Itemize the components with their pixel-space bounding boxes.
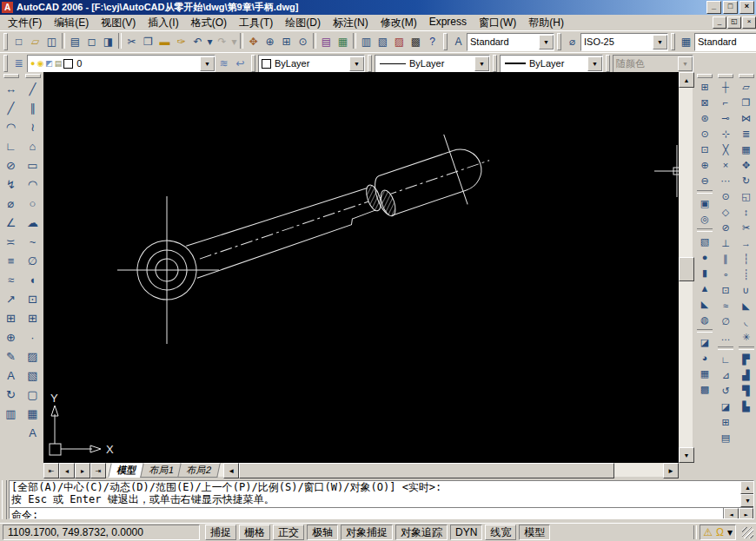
zoom-extents-button[interactable]: ◎ bbox=[696, 211, 714, 227]
toggle-ortho[interactable]: 正交 bbox=[273, 525, 304, 540]
tab-layout1[interactable]: 布局1 bbox=[140, 463, 183, 478]
zoom-object-button[interactable]: ⊡ bbox=[696, 142, 714, 157]
menu-modify[interactable]: 修改(M) bbox=[375, 15, 423, 31]
dim-continue-button[interactable]: ≈ bbox=[2, 270, 21, 289]
ucs-previous-button[interactable]: ↺ bbox=[717, 383, 735, 399]
layer-freeze-sun-icon[interactable]: ◉ bbox=[36, 59, 43, 68]
trim-button[interactable]: ✂ bbox=[737, 220, 755, 235]
fillet-button[interactable]: ◟ bbox=[737, 313, 755, 329]
color-combo[interactable]: ByLayer ▼ bbox=[258, 55, 365, 73]
command-scrollbar[interactable]: ▲ ▼ bbox=[740, 481, 753, 507]
point-button[interactable]: · bbox=[23, 327, 43, 346]
region-button[interactable]: ▢ bbox=[23, 385, 43, 404]
pan-button[interactable]: ✥ bbox=[245, 33, 262, 50]
menu-tools[interactable]: 工具(T) bbox=[233, 15, 279, 31]
mirror-button[interactable]: ⋈ bbox=[737, 110, 755, 126]
window-resize-grip[interactable] bbox=[742, 527, 753, 538]
zoom-out-button[interactable]: ⊖ bbox=[696, 173, 714, 188]
toolbar-grip[interactable] bbox=[557, 33, 561, 50]
close-button[interactable]: × bbox=[739, 1, 754, 14]
lineweight-combo[interactable]: ByLayer ▼ bbox=[500, 55, 603, 73]
cut-button[interactable]: ✂ bbox=[123, 33, 140, 50]
toolbar-grip[interactable] bbox=[718, 74, 733, 78]
snap-center-button[interactable]: ⊙ bbox=[717, 188, 735, 204]
scroll-right-icon[interactable]: ► bbox=[739, 508, 753, 519]
ellipse-button[interactable]: ∅ bbox=[23, 251, 43, 270]
rotate-button[interactable]: ↻ bbox=[737, 173, 755, 188]
paste-button[interactable]: ▬ bbox=[156, 33, 173, 50]
scale-button[interactable]: ◱ bbox=[737, 188, 755, 204]
solid-cylinder-button[interactable]: ▮ bbox=[696, 265, 714, 280]
dim-diameter-button[interactable]: ⌀ bbox=[2, 194, 21, 213]
tab-next-button[interactable]: ▸ bbox=[75, 463, 90, 478]
plot-button[interactable]: ▤ bbox=[67, 33, 83, 50]
array-button[interactable]: ▦ bbox=[737, 142, 755, 157]
solid-box-button[interactable]: ▧ bbox=[696, 234, 714, 249]
minimize-button[interactable]: _ bbox=[706, 1, 721, 14]
layer-previous-button[interactable]: ↩ bbox=[232, 55, 249, 72]
dim-arc-length-button[interactable]: ◠ bbox=[2, 117, 21, 136]
command-window-grip[interactable] bbox=[2, 480, 7, 519]
toolbar-grip[interactable] bbox=[697, 74, 713, 78]
rectangle-button[interactable]: ▭ bbox=[23, 155, 43, 175]
chevron-down-icon[interactable]: ▼ bbox=[200, 56, 215, 71]
tab-previous-button[interactable]: ◂ bbox=[59, 463, 75, 478]
scroll-down-icon[interactable]: ▼ bbox=[679, 447, 694, 463]
construction-line-button[interactable]: ∥ bbox=[23, 98, 43, 117]
match-properties-button[interactable]: ✑ bbox=[173, 33, 189, 50]
polygon-button[interactable]: ⌂ bbox=[23, 136, 43, 155]
coordinate-readout[interactable]: 1109.1700, 749.8732, 0.0000 bbox=[3, 525, 200, 540]
zoom-in-button[interactable]: ⊕ bbox=[696, 157, 714, 173]
snap-none-button[interactable]: ∅ bbox=[717, 313, 735, 329]
chevron-down-icon[interactable]: ▼ bbox=[587, 56, 602, 71]
publish-button[interactable]: ◨ bbox=[100, 33, 116, 50]
undo-button[interactable]: ↶ bbox=[189, 33, 206, 50]
toolbar-grip[interactable] bbox=[368, 55, 372, 72]
command-input-line[interactable]: 命令: ◄ ► bbox=[10, 508, 753, 519]
break-at-point-button[interactable]: ┆ bbox=[737, 251, 755, 267]
scroll-down-icon[interactable]: ▼ bbox=[740, 494, 754, 507]
zoom-scale-button[interactable]: ⊛ bbox=[696, 110, 714, 126]
gradient-button[interactable]: ▧ bbox=[23, 366, 43, 385]
zoom-window-tool-button[interactable]: ⊞ bbox=[696, 79, 714, 95]
extend-button[interactable]: → bbox=[737, 235, 755, 251]
menu-insert[interactable]: 插入(I) bbox=[142, 15, 184, 31]
dim-linear-button[interactable]: ↔ bbox=[2, 79, 21, 98]
explode-button[interactable]: ✳ bbox=[737, 329, 755, 345]
dim-style-icon[interactable]: ⌀ bbox=[564, 33, 580, 50]
dim-jogged-button[interactable]: ↯ bbox=[2, 175, 21, 194]
ucs-button[interactable]: ∟ bbox=[717, 352, 735, 367]
text-style-icon[interactable]: A bbox=[450, 33, 467, 50]
menu-express[interactable]: Express bbox=[423, 15, 473, 31]
bring-above-button[interactable]: ▜ bbox=[737, 383, 755, 399]
toggle-polar[interactable]: 极轴 bbox=[307, 525, 338, 540]
redo-dropdown[interactable]: ▾ bbox=[230, 33, 238, 50]
insert-block-button[interactable]: ⊡ bbox=[23, 289, 43, 308]
make-block-button[interactable]: ⊞ bbox=[23, 308, 43, 327]
maximize-button[interactable]: □ bbox=[723, 1, 738, 14]
dim-baseline-button[interactable]: ≡ bbox=[2, 251, 21, 270]
snap-parallel-button[interactable]: ∥ bbox=[717, 251, 735, 267]
menu-draw[interactable]: 绘图(D) bbox=[279, 15, 327, 31]
snap-extension-button[interactable]: ⋯ bbox=[717, 173, 735, 188]
toolbar-grip[interactable] bbox=[25, 74, 41, 78]
temporary-track-point-button[interactable]: ┼ bbox=[717, 79, 735, 95]
menu-dimension[interactable]: 标注(N) bbox=[327, 15, 375, 31]
snap-perpendicular-button[interactable]: ⊥ bbox=[717, 235, 735, 251]
send-under-button[interactable]: ▙ bbox=[737, 399, 755, 414]
send-to-back-button[interactable]: ▟ bbox=[737, 367, 755, 383]
save-button[interactable]: ◫ bbox=[43, 33, 60, 50]
vertical-scroll-thumb[interactable] bbox=[679, 257, 694, 281]
text-style-combo[interactable]: Standard ▼ bbox=[467, 33, 554, 51]
tolerance-button[interactable]: ⊞ bbox=[2, 308, 21, 327]
canvas-vertical-scrollbar[interactable]: ▲ ▼ bbox=[679, 72, 693, 463]
move-button[interactable]: ✥ bbox=[737, 157, 755, 173]
toolbar-grip[interactable] bbox=[3, 74, 19, 78]
scroll-up-icon[interactable]: ▲ bbox=[679, 72, 694, 88]
open-button[interactable]: ▱ bbox=[27, 33, 43, 50]
break-button[interactable]: ┊ bbox=[737, 267, 755, 282]
mdi-close-button[interactable]: × bbox=[742, 16, 756, 29]
ucs-object-button[interactable]: ⊞ bbox=[717, 414, 735, 430]
world-ucs-button[interactable]: ⊿ bbox=[717, 367, 735, 383]
snap-nearest-button[interactable]: ≈ bbox=[717, 298, 735, 313]
